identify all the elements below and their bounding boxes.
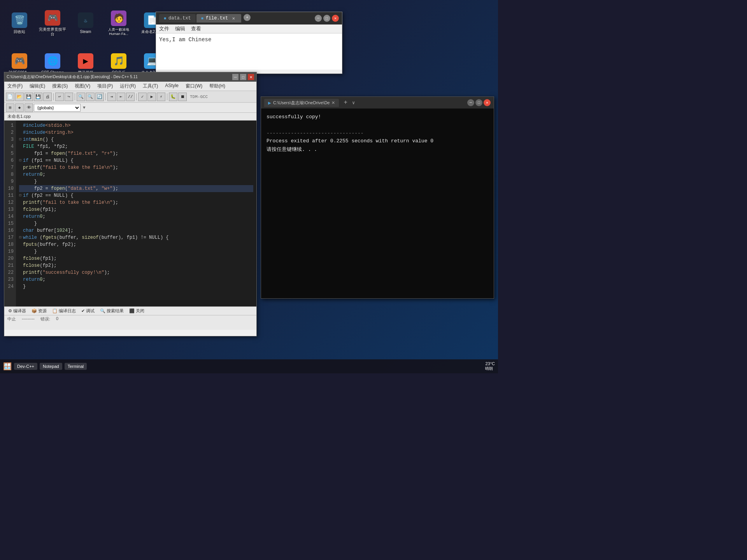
toolbar-watch[interactable]: 👁 (25, 103, 33, 112)
debug-icon: ✔ (81, 308, 85, 313)
toolbar-class-toggle[interactable]: ⊞ (6, 103, 14, 112)
notepad-tabs: ■ data.txt ■ file.txt ✕ + (159, 14, 312, 23)
errors-value: 0 (56, 316, 58, 322)
ide-minimize-button[interactable]: ─ (232, 74, 238, 80)
sidebar-item-world-platform[interactable]: 🎮 完美世界竞技平台 (37, 4, 68, 43)
close-icon: ⬛ (129, 308, 135, 313)
terminal-tab[interactable]: ▶ C:\Users\盘志瑜\OneDrive\De ✕ (264, 99, 339, 107)
resources-label: 资源 (38, 308, 47, 314)
tab-compiler[interactable]: ⚙ 编译器 (6, 308, 28, 314)
ide-window: C:\Users\盘志瑜\OneDrive\Desktop\未命名1.cpp [… (4, 72, 257, 336)
menu-view[interactable]: 查看 (191, 25, 201, 32)
taskbar-notepad-item[interactable]: Notepad (40, 363, 62, 370)
terminal-chevron-icon[interactable]: ∨ (352, 100, 355, 106)
toolbar-save[interactable]: 💾 (25, 93, 33, 101)
code-line-21: fclose(fp2); (19, 262, 253, 269)
terminal-new-tab-button[interactable]: + (341, 99, 350, 106)
toolbar-print[interactable]: 🖨 (43, 93, 52, 101)
menu-project-p[interactable]: 项目(P) (96, 82, 114, 90)
toolbar-searchnext[interactable]: 🔍 (86, 93, 95, 101)
notepad-text: Yes,I am Chinese (159, 37, 211, 43)
tab-resources[interactable]: 📦 资源 (29, 308, 49, 314)
code-editor[interactable]: 12345 678910 1112131415 1617181920 21222… (4, 121, 256, 306)
ide-close-button[interactable]: ✕ (248, 74, 254, 80)
menu-astyle[interactable]: AStyle (163, 82, 180, 90)
close-tab-icon[interactable]: ✕ (230, 15, 237, 21)
code-line-2: #include <string.h> (19, 129, 253, 136)
code-line-24: } (19, 283, 253, 290)
terminal-minimize-button[interactable]: ─ (467, 99, 474, 106)
close-button[interactable]: ✕ (332, 15, 339, 22)
world-platform-label: 完美世界竞技平台 (39, 27, 66, 37)
code-line-7: printf("fail to take the file\n"); (19, 164, 253, 171)
toolbar-compile[interactable]: ✓ (138, 93, 147, 101)
new-tab-button[interactable]: + (244, 14, 251, 21)
toolbar-redo[interactable]: ↪ (65, 93, 73, 101)
toolbar-run[interactable]: ▶ (147, 93, 156, 101)
tab-data-txt-label: data.txt (168, 16, 191, 21)
sidebar-item-steam[interactable]: ♨ Steam (70, 4, 101, 43)
code-line-22: printf("successfully copy!\n"); (19, 269, 253, 276)
tab-data-txt[interactable]: ■ data.txt (159, 14, 196, 23)
globals-dropdown[interactable]: {globals} (34, 104, 81, 112)
tab-debug[interactable]: ✔ 调试 (79, 308, 97, 314)
code-area[interactable]: #include <stdio.h> #include <string.h> ⊟… (16, 121, 256, 306)
temperature: 23°C (485, 361, 495, 366)
sidebar-item-human-fall[interactable]: 🧑 人类一败涂地Human Fa... (103, 4, 134, 43)
menu-run-r[interactable]: 运行(R) (118, 82, 137, 90)
tencent-video-icon: ▶ (78, 53, 93, 69)
ide-status-bar: 中止 --------- 错误: 0 (4, 315, 256, 323)
terminal-line-2: -------------------------------- (267, 130, 488, 138)
toolbar-debug[interactable]: 🐛 (169, 93, 177, 101)
toolbar-unindent[interactable]: ⇤ (117, 93, 125, 101)
menu-window-w[interactable]: 窗口(W) (184, 82, 204, 90)
code-line-23: return 0; (19, 276, 253, 283)
toolbar-debug2[interactable]: ◆ (15, 103, 24, 112)
tab-search-results[interactable]: 🔍 搜索结果 (98, 308, 126, 314)
toolbar-replace[interactable]: 🔄 (95, 93, 104, 101)
ide-maximize-button[interactable]: □ (240, 74, 246, 80)
menu-edit[interactable]: 编辑 (175, 25, 185, 32)
menu-file-f[interactable]: 文件(F) (6, 82, 24, 90)
toolbar-undo[interactable]: ↩ (55, 93, 64, 101)
toolbar-comment[interactable]: // (126, 93, 135, 101)
terminal-close-button[interactable]: ✕ (484, 99, 491, 106)
recycle-bin-label: 回收站 (14, 30, 25, 34)
tab-close[interactable]: ⬛ 关闭 (127, 308, 147, 314)
terminal-titlebar: ▶ C:\Users\盘志瑜\OneDrive\De ✕ + ∨ ─ □ ✕ (261, 97, 494, 108)
toolbar-stop[interactable]: ⏹ (178, 93, 187, 101)
notepad-content[interactable]: Yes,I am Chinese (156, 33, 342, 70)
menu-view-v[interactable]: 视图(V) (73, 82, 92, 90)
toolbar-new[interactable]: 📄 (6, 93, 14, 101)
menu-edit-e[interactable]: 编辑(E) (28, 82, 47, 90)
menu-search-s[interactable]: 搜索(S) (51, 82, 69, 90)
toolbar-search[interactable]: 🔍 (77, 93, 85, 101)
compile-log-icon: 📋 (52, 308, 58, 313)
toolbar-saveall[interactable]: 💾 (34, 93, 42, 101)
taskbar-ide-item[interactable]: Dev-C++ (14, 363, 37, 370)
minimize-button[interactable]: ─ (315, 15, 322, 22)
menu-help-h[interactable]: 帮助(H) (208, 82, 227, 90)
taskbar-terminal-item[interactable]: Terminal (65, 363, 87, 370)
menu-file[interactable]: 文件 (159, 25, 169, 32)
terminal-content[interactable]: successfully copy! ---------------------… (261, 108, 494, 158)
sidebar-item-recycle-bin[interactable]: 🗑️ 回收站 (4, 4, 35, 43)
toolbar-sep4 (136, 93, 137, 100)
toolbar-compilerun[interactable]: ⚡ (157, 93, 165, 101)
toolbar-indent[interactable]: ⇥ (107, 93, 116, 101)
maximize-button[interactable]: □ (323, 15, 330, 22)
tab-compile-log[interactable]: 📋 编译日志 (50, 308, 78, 314)
terminal-close-tab-icon[interactable]: ✕ (331, 100, 335, 105)
terminal-icon: ▶ (268, 101, 271, 105)
terminal-maximize-button[interactable]: □ (475, 99, 482, 106)
tab-file-txt[interactable]: ■ file.txt ✕ (196, 14, 242, 23)
compiler-label: 编译器 (13, 308, 26, 314)
human-fall-icon: 🧑 (111, 10, 126, 26)
recycle-bin-icon: 🗑️ (12, 12, 27, 28)
code-line-9: } (19, 178, 253, 185)
resources-icon: 📦 (32, 308, 37, 313)
menu-tools-t[interactable]: 工具(T) (141, 82, 160, 90)
toolbar-open[interactable]: 📂 (15, 93, 24, 101)
ide-title-controls: ─ □ ✕ (232, 74, 254, 80)
desktop: 🗑️ 回收站 🎮 完美世界竞技平台 ♨ Steam 🧑 人类一败涂地Human … (0, 0, 498, 373)
